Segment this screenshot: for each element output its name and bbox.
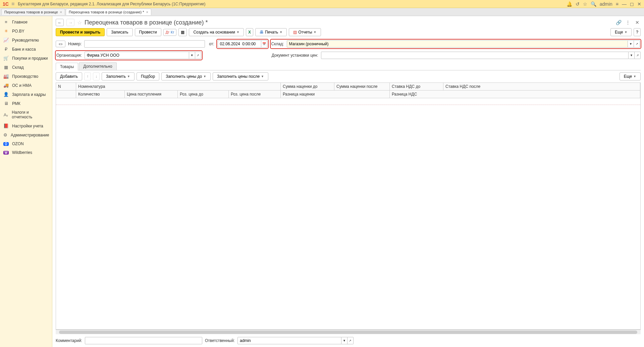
mode-button[interactable]: ▭ [56, 41, 65, 47]
bell-icon[interactable]: 🔔 [567, 1, 572, 7]
sidebar-item-label: Налоги и отчетность [12, 110, 49, 119]
minimize-icon[interactable]: — [622, 1, 627, 7]
th-vat-rate-after[interactable]: Ставка НДС после [443, 83, 640, 90]
close-page-icon[interactable]: ✕ [634, 19, 641, 26]
sidebar-item-settings[interactable]: 📕Настройки учета [0, 121, 52, 130]
th-retail-before[interactable]: Роз. цена до [178, 91, 229, 98]
open-icon[interactable]: ↗ [634, 40, 640, 48]
th-vat-diff[interactable]: Разница НДС [390, 91, 640, 98]
sidebar-item-sales[interactable]: 🛒Покупки и продажи [0, 54, 52, 63]
fill-before-button[interactable]: Заполнить цены до ▼ [161, 72, 211, 80]
dropdown-icon[interactable]: ▼ [628, 40, 634, 48]
help-button[interactable]: ? [634, 28, 641, 36]
open-icon[interactable]: ↗ [635, 52, 641, 59]
settings-icon[interactable]: ≡ [616, 1, 619, 7]
page-header: ← → ☆ Переоценка товаров в рознице (созд… [56, 19, 641, 26]
sidebar-item-taxes[interactable]: AᵧНалоги и отчетность [0, 108, 52, 121]
sidebar-item-label: Склад [12, 65, 24, 70]
write-button[interactable]: Записать [107, 28, 132, 36]
sidebar-item-manager[interactable]: 📈Руководителю [0, 36, 52, 45]
dropdown-icon[interactable]: ▼ [341, 337, 347, 344]
bottom-row: Комментарий: Ответственный: ▼ ↗ [56, 334, 641, 344]
sidebar-item-label: Главное [12, 20, 28, 24]
move-down-button[interactable]: ↓ [93, 72, 100, 80]
th-markup-after[interactable]: Сумма наценки после [334, 83, 390, 90]
user-label[interactable]: admin [600, 1, 612, 7]
favorite-star-icon[interactable]: ☆ [77, 19, 82, 26]
comment-input[interactable] [85, 337, 202, 344]
create-based-button[interactable]: Создать на основании ▼ [189, 28, 244, 36]
tab-revaluation-list[interactable]: Переоценка товаров в рознице × [1, 9, 65, 15]
structure-button[interactable]: ▦ [178, 28, 187, 36]
pickup-button[interactable]: Подбор [137, 72, 159, 80]
th-qty[interactable]: Количество [76, 91, 125, 98]
hamburger-icon[interactable]: ≡ [11, 1, 14, 7]
calendar-icon[interactable]: 📅 [261, 40, 267, 48]
dt-kt-button[interactable]: ДтКт [163, 29, 177, 36]
more-button[interactable]: Еще ▼ [610, 28, 632, 36]
move-up-button[interactable]: ↑ [84, 72, 91, 80]
scrollbar-thumb[interactable] [59, 331, 637, 334]
horizontal-scrollbar[interactable] [56, 330, 641, 334]
sidebar-item-warehouse[interactable]: ▦Склад [0, 63, 52, 72]
sidebar-item-assets[interactable]: 🚚ОС и НМА [0, 81, 52, 90]
maximize-icon[interactable]: ◻ [630, 1, 634, 7]
date-input[interactable] [218, 40, 261, 48]
nav-forward-button[interactable]: → [66, 19, 74, 26]
goods-table[interactable]: N Номенклатура Сумма наценки до Сумма на… [56, 82, 641, 330]
th-retail-after[interactable]: Роз. цена после [229, 91, 281, 98]
nav-back-button[interactable]: ← [56, 19, 64, 26]
dropdown-icon[interactable]: ▼ [189, 52, 195, 59]
date-label: от: [209, 42, 214, 46]
th-n[interactable]: N [56, 83, 76, 90]
post-button[interactable]: Провести [135, 28, 161, 36]
add-button[interactable]: Добавить [56, 72, 82, 80]
open-icon[interactable]: ↗ [195, 52, 201, 59]
th-markup-before[interactable]: Сумма наценки до [281, 83, 334, 90]
reports-button[interactable]: ▤ Отчеты ▼ [289, 28, 321, 36]
th-price-in[interactable]: Цена поступления [125, 91, 178, 98]
sidebar-item-main[interactable]: ≡Главное [0, 17, 52, 26]
warehouse-input[interactable] [287, 40, 628, 48]
sidebar-item-admin[interactable]: ⚙Администрирование [0, 130, 52, 139]
print-button[interactable]: 🖶 Печать ▼ [255, 28, 287, 36]
fill-button[interactable]: Заполнить ▼ [102, 72, 135, 80]
caret-down-icon: ▼ [261, 75, 264, 78]
org-input[interactable] [85, 52, 189, 59]
open-icon[interactable]: ↗ [347, 337, 354, 344]
th-vat-rate-before[interactable]: Ставка НДС до [390, 83, 443, 90]
link-icon[interactable]: 🔗 [615, 19, 622, 26]
kebab-icon[interactable]: ⋮ [625, 19, 631, 26]
close-window-icon[interactable]: ✕ [637, 1, 641, 7]
excel-button[interactable]: X [246, 28, 253, 36]
sidebar-item-bank[interactable]: ₽Банк и касса [0, 45, 52, 54]
th-nomenclature[interactable]: Номенклатура [76, 83, 281, 90]
sidebar-item-production[interactable]: 🏭Производство [0, 72, 52, 81]
post-close-button[interactable]: Провести и закрыть [56, 28, 105, 36]
dropdown-icon[interactable]: ▼ [629, 52, 635, 59]
number-input[interactable] [84, 40, 205, 48]
close-icon[interactable]: × [146, 10, 148, 14]
sidebar: ≡Главное ✳PO.BY 📈Руководителю ₽Банк и ка… [0, 16, 52, 347]
history-icon[interactable]: ↺ [576, 1, 580, 7]
sidebar-item-ozon[interactable]: OOZON [0, 139, 52, 148]
responsible-input[interactable] [237, 337, 341, 344]
sidebar-item-rmk[interactable]: 🖥РМК [0, 99, 52, 108]
sidebar-item-wb[interactable]: WWildberries [0, 148, 52, 157]
caret-down-icon: ▼ [633, 75, 636, 78]
close-icon[interactable]: × [60, 10, 62, 14]
warehouse-highlight: Склад: ▼ ↗ [271, 40, 641, 48]
star-icon[interactable]: ☆ [583, 1, 587, 7]
tab-additional[interactable]: Дополнительно [79, 62, 116, 70]
search-icon[interactable]: 🔍 [591, 1, 596, 7]
tab-revaluation-create[interactable]: Переоценка товаров в рознице (создание) … [66, 9, 151, 15]
table-more-button[interactable]: Еще ▼ [620, 72, 641, 80]
sidebar-item-poby[interactable]: ✳PO.BY [0, 26, 52, 36]
tab-goods[interactable]: Товары [56, 63, 78, 70]
sidebar-item-hr[interactable]: 👤Зарплата и кадры [0, 90, 52, 99]
caret-down-icon: ▼ [203, 75, 206, 78]
pricedoc-input[interactable] [321, 52, 629, 59]
table-body[interactable] [56, 98, 640, 239]
th-markup-diff[interactable]: Разница наценки [281, 91, 390, 98]
fill-after-button[interactable]: Заполнить цены после ▼ [213, 72, 268, 80]
